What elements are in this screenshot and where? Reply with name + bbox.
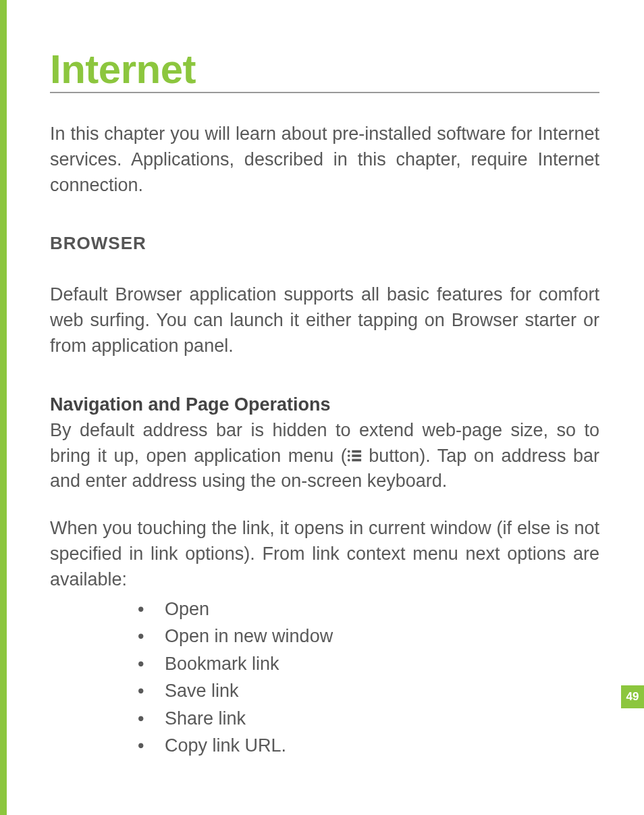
svg-point-2 — [348, 458, 350, 461]
section-heading-browser: BROWSER — [50, 233, 599, 254]
svg-rect-3 — [352, 450, 361, 452]
menu-list-icon — [347, 445, 362, 460]
list-item: Open — [138, 596, 599, 623]
list-item: Open in new window — [138, 623, 599, 650]
list-item: Bookmark link — [138, 650, 599, 678]
browser-body: Default Browser application supports all… — [50, 282, 599, 359]
chapter-intro: In this chapter you will learn about pre… — [50, 122, 599, 198]
list-item: Copy link URL. — [138, 732, 599, 760]
page-accent-bar — [0, 0, 7, 815]
context-menu-options: Open Open in new window Bookmark link Sa… — [50, 596, 599, 760]
svg-point-1 — [348, 454, 350, 457]
navigation-body: By default address bar is hidden to exte… — [50, 418, 599, 494]
svg-rect-4 — [352, 454, 361, 457]
link-body: When you touching the link, it opens in … — [50, 516, 599, 592]
list-item: Share link — [138, 705, 599, 733]
page-number: 49 — [621, 685, 644, 708]
subsection-heading-navigation: Navigation and Page Operations — [50, 394, 599, 415]
page-content: Internet In this chapter you will learn … — [0, 0, 644, 760]
chapter-title: Internet — [50, 47, 599, 93]
svg-point-0 — [348, 450, 350, 452]
svg-rect-5 — [352, 458, 361, 461]
list-item: Save link — [138, 677, 599, 705]
